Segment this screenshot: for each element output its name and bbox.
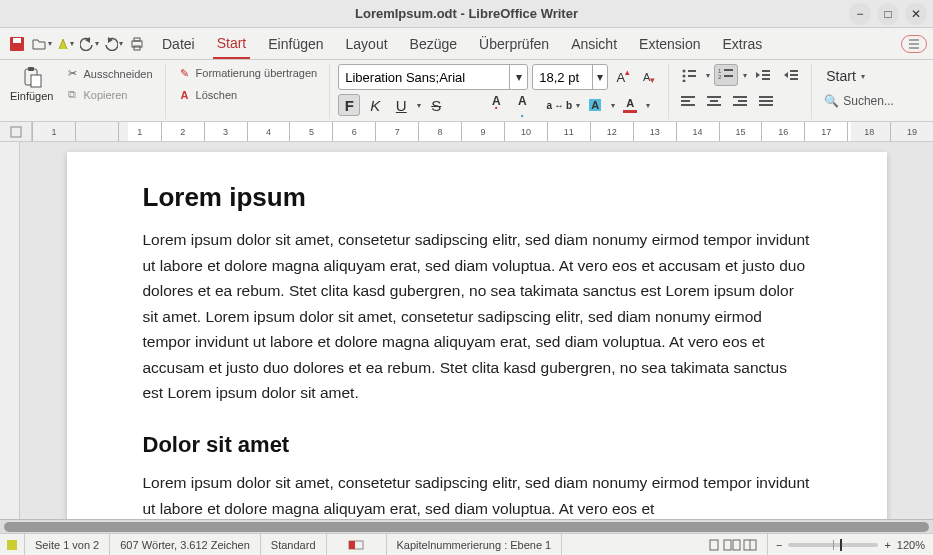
superscript-button[interactable]: A•	[485, 94, 507, 116]
maximize-button[interactable]: □	[877, 3, 899, 25]
document-scroll[interactable]: Lorem ipsum Lorem ipsum dolor sit amet, …	[20, 142, 933, 519]
char-spacing-dropdown[interactable]: ▾	[576, 101, 580, 110]
char-spacing-button[interactable]: a↔b	[549, 94, 571, 116]
ruler-tick: 2	[161, 122, 204, 141]
highlight-color-button[interactable]: A	[584, 94, 606, 116]
single-page-icon[interactable]	[707, 539, 721, 551]
hamburger-icon[interactable]	[901, 35, 927, 53]
ruler-tick: 7	[375, 122, 418, 141]
number-list-dropdown[interactable]: ▾	[743, 71, 747, 80]
paste-button[interactable]: Einfügen	[6, 64, 57, 104]
ruler-tick: 6	[332, 122, 375, 141]
align-right-button[interactable]	[729, 90, 751, 112]
highlight-icon[interactable]: ▾	[54, 33, 76, 55]
font-name-dropdown[interactable]: ▾	[509, 65, 527, 89]
font-size-dropdown[interactable]: ▾	[592, 65, 607, 89]
svg-point-12	[683, 80, 686, 83]
status-style[interactable]: Standard	[261, 534, 327, 555]
menu-extras[interactable]: Extras	[719, 30, 767, 58]
search-label: Suchen...	[843, 94, 894, 108]
align-center-button[interactable]	[703, 90, 725, 112]
menu-datei[interactable]: Datei	[158, 30, 199, 58]
zoom-in-button[interactable]: +	[884, 539, 890, 551]
horizontal-scrollbar[interactable]	[0, 519, 933, 533]
save-icon[interactable]	[6, 33, 28, 55]
grow-font-button[interactable]: A▴	[612, 66, 634, 88]
book-view-icon[interactable]	[743, 539, 757, 551]
font-color-dropdown[interactable]: ▾	[646, 101, 650, 110]
font-name-combo[interactable]: ▾	[338, 64, 528, 90]
bold-button[interactable]: F	[338, 94, 360, 116]
bullet-list-dropdown[interactable]: ▾	[706, 71, 710, 80]
svg-rect-6	[28, 67, 34, 71]
status-word-count[interactable]: 607 Wörter, 3.612 Zeichen	[110, 534, 261, 555]
undo-icon[interactable]: ▾	[78, 33, 100, 55]
quick-access-toolbar: ▾ ▾ ▾ ▾	[6, 33, 148, 55]
ruler-tick: 12	[590, 122, 633, 141]
doc-heading-2[interactable]: Dolor sit amet	[143, 432, 811, 458]
menu-ueberpruefen[interactable]: Überprüfen	[475, 30, 553, 58]
clear-format-button[interactable]: A Löschen	[174, 86, 322, 104]
titlebar: LoremIpsum.odt - LibreOffice Writer − □ …	[0, 0, 933, 28]
status-view-buttons[interactable]	[697, 534, 768, 555]
font-size-input[interactable]	[533, 65, 592, 89]
subscript-button[interactable]: A•	[511, 94, 533, 116]
search-icon: 🔍	[824, 94, 839, 108]
menu-einfuegen[interactable]: Einfügen	[264, 30, 327, 58]
menu-start[interactable]: Start	[213, 29, 251, 59]
font-size-combo[interactable]: ▾	[532, 64, 608, 90]
indent-button[interactable]	[779, 64, 803, 86]
menu-extension[interactable]: Extension	[635, 30, 704, 58]
horizontal-ruler[interactable]: 112345678910111213141516171819	[32, 122, 933, 141]
copy-button[interactable]: ⧉ Kopieren	[61, 86, 156, 104]
menu-items: Datei Start Einfügen Layout Bezüge Überp…	[158, 29, 766, 59]
outdent-button[interactable]	[751, 64, 775, 86]
shrink-font-button[interactable]: A▾	[638, 66, 660, 88]
scrollbar-thumb[interactable]	[4, 522, 929, 532]
doc-heading-1[interactable]: Lorem ipsum	[143, 182, 811, 213]
menu-bezuege[interactable]: Bezüge	[406, 30, 461, 58]
bullet-list-button[interactable]	[677, 64, 701, 86]
document-page[interactable]: Lorem ipsum Lorem ipsum dolor sit amet, …	[67, 152, 887, 519]
ruler-tick: 8	[418, 122, 461, 141]
window-controls: − □ ✕	[849, 3, 927, 25]
font-color-button[interactable]: A	[619, 94, 641, 116]
strike-button[interactable]: S	[425, 94, 447, 116]
doc-paragraph-2[interactable]: Lorem ipsum dolor sit amet, consetetur s…	[143, 470, 811, 519]
underline-dropdown[interactable]: ▾	[417, 101, 421, 110]
number-list-button[interactable]: 12	[714, 64, 738, 86]
zoom-out-button[interactable]: −	[776, 539, 782, 551]
svg-rect-27	[710, 100, 718, 102]
menu-layout[interactable]: Layout	[342, 30, 392, 58]
cut-button[interactable]: ✂ Ausschneiden	[61, 65, 156, 83]
svg-point-8	[683, 70, 686, 73]
font-name-input[interactable]	[339, 65, 509, 89]
open-icon[interactable]: ▾	[30, 33, 52, 55]
search-button[interactable]: 🔍 Suchen...	[820, 92, 898, 110]
align-left-button[interactable]	[677, 90, 699, 112]
align-justify-button[interactable]	[755, 90, 777, 112]
underline-button[interactable]: U	[390, 94, 412, 116]
status-insert-mode[interactable]	[327, 534, 387, 555]
svg-rect-30	[738, 100, 747, 102]
status-page[interactable]: Seite 1 von 2	[25, 534, 110, 555]
status-save-icon[interactable]	[0, 534, 25, 555]
italic-button[interactable]: K	[364, 94, 386, 116]
status-outline[interactable]: Kapitelnummerierung : Ebene 1	[387, 534, 563, 555]
clear-icon: A	[178, 88, 192, 102]
vertical-ruler[interactable]	[0, 142, 20, 519]
close-button[interactable]: ✕	[905, 3, 927, 25]
zoom-percent[interactable]: 120%	[897, 539, 925, 551]
style-selector[interactable]: Start ▾	[820, 64, 898, 88]
multi-page-icon[interactable]	[723, 539, 741, 551]
svg-rect-19	[762, 78, 770, 80]
svg-rect-32	[759, 96, 773, 98]
minimize-button[interactable]: −	[849, 3, 871, 25]
print-icon[interactable]	[126, 33, 148, 55]
highlight-color-dropdown[interactable]: ▾	[611, 101, 615, 110]
zoom-slider[interactable]	[788, 543, 878, 547]
menu-ansicht[interactable]: Ansicht	[567, 30, 621, 58]
format-painter-button[interactable]: ✎ Formatierung übertragen	[174, 64, 322, 82]
doc-paragraph-1[interactable]: Lorem ipsum dolor sit amet, consetetur s…	[143, 227, 811, 406]
redo-icon[interactable]: ▾	[102, 33, 124, 55]
